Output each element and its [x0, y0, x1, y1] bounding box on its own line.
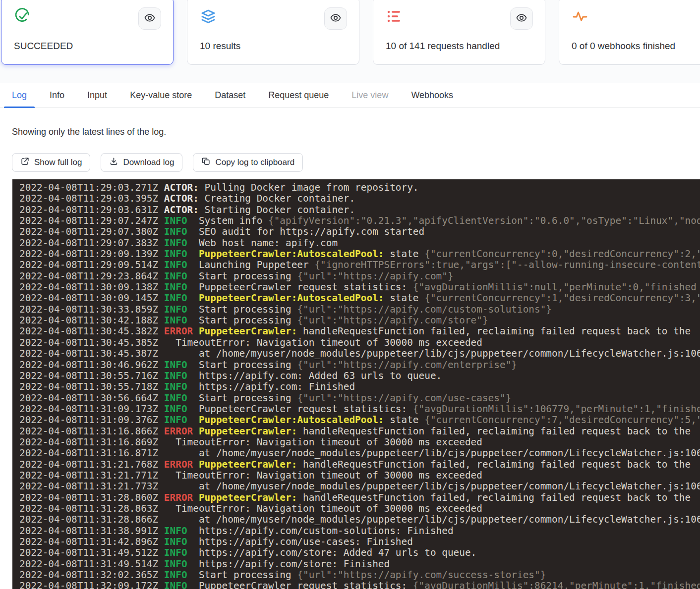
log-line: 2022-04-08T11:31:49.512Z INFO https://ap…: [19, 547, 700, 558]
log-viewer[interactable]: 2022-04-08T11:29:03.271Z ACTOR: Pulling …: [12, 179, 700, 589]
log-line: 2022-04-08T11:30:33.859Z INFO Start proc…: [19, 304, 700, 315]
copy-icon: [201, 157, 211, 168]
log-line: 2022-04-08T11:30:55.718Z INFO https://ap…: [19, 381, 700, 392]
log-line: 2022-04-08T11:29:23.864Z INFO Start proc…: [19, 271, 700, 282]
log-line: 2022-04-08T11:31:49.514Z INFO https://ap…: [19, 559, 700, 570]
tab-log[interactable]: Log: [4, 83, 35, 107]
log-line: 2022-04-08T11:31:16.866Z ERROR Puppeteer…: [19, 426, 700, 437]
log-note: Showing only the latest lines of the log…: [12, 127, 700, 137]
log-line: 2022-04-08T11:31:28.863Z TimeoutError: N…: [19, 503, 700, 514]
tab-live-view[interactable]: Live view: [344, 83, 396, 107]
copy-log-to-clipboard-button[interactable]: Copy log to clipboard: [193, 153, 303, 172]
download-log-button[interactable]: Download log: [101, 153, 182, 172]
log-line: 2022-04-08T11:31:21.771Z TimeoutError: N…: [19, 470, 700, 481]
log-line: 2022-04-08T11:29:07.247Z INFO System inf…: [19, 215, 700, 226]
log-line: 2022-04-08T11:29:03.271Z ACTOR: Pulling …: [19, 182, 700, 193]
log-line: 2022-04-08T11:30:55.716Z INFO https://ap…: [19, 371, 700, 381]
tab-request-queue[interactable]: Request queue: [260, 83, 337, 107]
log-actions: Show full logDownload logCopy log to cli…: [12, 153, 700, 172]
tab-webhooks[interactable]: Webhooks: [403, 83, 461, 107]
status-card-label: 0 of 0 webhooks finished: [572, 41, 675, 52]
log-line: 2022-04-08T11:30:45.387Z at /home/myuser…: [19, 348, 700, 359]
log-line: 2022-04-08T11:30:09.138Z INFO PuppeteerC…: [19, 282, 700, 293]
status-card: 10 results: [187, 0, 359, 65]
log-line: 2022-04-08T11:30:46.962Z INFO Start proc…: [19, 360, 700, 371]
actor-run-page: SUCCEEDED10 results10 of 141 requests ha…: [0, 0, 700, 589]
list-icon: [386, 8, 403, 25]
log-line: 2022-04-08T11:31:09.376Z INFO PuppeteerC…: [19, 415, 700, 426]
log-line: 2022-04-08T11:29:09.139Z INFO PuppeteerC…: [19, 249, 700, 260]
eye-icon: [144, 12, 156, 25]
log-line: 2022-04-08T11:31:16.871Z at /home/myuser…: [19, 448, 700, 459]
log-line: 2022-04-08T11:30:56.664Z INFO Start proc…: [19, 393, 700, 404]
log-line: 2022-04-08T11:31:28.866Z at /home/myuser…: [19, 514, 700, 525]
tab-bar: LogInfoInputKey-value storeDatasetReques…: [0, 83, 700, 108]
status-card-label: 10 of 141 requests handled: [386, 41, 500, 52]
log-line: 2022-04-08T11:31:16.869Z TimeoutError: N…: [19, 437, 700, 448]
card-eye-button[interactable]: [138, 7, 161, 30]
log-line: 2022-04-08T11:32:02.365Z INFO Start proc…: [19, 570, 700, 581]
show-full-log-button[interactable]: Show full log: [12, 153, 90, 172]
log-line: 2022-04-08T11:29:07.380Z INFO SEO audit …: [19, 226, 700, 237]
button-label: Copy log to clipboard: [215, 158, 294, 167]
log-line: 2022-04-08T11:31:09.173Z INFO PuppeteerC…: [19, 404, 700, 415]
button-label: Download log: [123, 158, 174, 167]
log-line: 2022-04-08T11:29:03.631Z ACTOR: Starting…: [19, 205, 700, 215]
log-line: 2022-04-08T11:29:09.514Z INFO Launching …: [19, 260, 700, 270]
status-card: SUCCEEDED: [1, 0, 174, 65]
check-circle-icon: [14, 8, 31, 25]
card-eye-button[interactable]: [510, 7, 533, 30]
log-line: 2022-04-08T11:31:42.896Z INFO https://ap…: [19, 536, 700, 547]
status-card: 10 of 141 requests handled: [373, 0, 545, 65]
status-card-label: 10 results: [200, 41, 240, 52]
tab-info[interactable]: Info: [42, 83, 72, 107]
status-cards: SUCCEEDED10 results10 of 141 requests ha…: [0, 0, 700, 83]
log-line: 2022-04-08T11:30:45.385Z TimeoutError: N…: [19, 337, 700, 348]
button-label: Show full log: [34, 158, 82, 167]
log-line: 2022-04-08T11:31:28.860Z ERROR Puppeteer…: [19, 492, 700, 503]
tab-key-value-store[interactable]: Key-value store: [122, 83, 200, 107]
status-card: 0 of 0 webhooks finished: [559, 0, 700, 65]
activity-icon: [572, 8, 588, 25]
log-line: 2022-04-08T11:31:21.773Z at /home/myuser…: [19, 481, 700, 492]
tab-input[interactable]: Input: [79, 83, 115, 107]
external-link-icon: [20, 157, 30, 168]
eye-icon: [516, 12, 527, 25]
log-line: 2022-04-08T11:29:07.383Z INFO Web host n…: [19, 238, 700, 249]
log-line: 2022-04-08T11:30:42.188Z INFO Start proc…: [19, 315, 700, 326]
log-line: 2022-04-08T11:29:03.395Z ACTOR: Creating…: [19, 193, 700, 204]
status-card-label: SUCCEEDED: [14, 41, 73, 52]
log-line: 2022-04-08T11:31:38.991Z INFO https://ap…: [19, 526, 700, 536]
tab-dataset[interactable]: Dataset: [207, 83, 253, 107]
log-line: 2022-04-08T11:30:09.145Z INFO PuppeteerC…: [19, 293, 700, 304]
eye-icon: [330, 12, 342, 25]
log-line: 2022-04-08T11:30:45.382Z ERROR Puppeteer…: [19, 326, 700, 337]
download-icon: [109, 157, 118, 168]
log-line: 2022-04-08T11:31:21.768Z ERROR Puppeteer…: [19, 459, 700, 470]
layers-icon: [200, 8, 217, 25]
log-line: 2022-04-08T11:32:09.172Z INFO PuppeteerC…: [19, 581, 700, 589]
card-eye-button[interactable]: [324, 7, 347, 30]
